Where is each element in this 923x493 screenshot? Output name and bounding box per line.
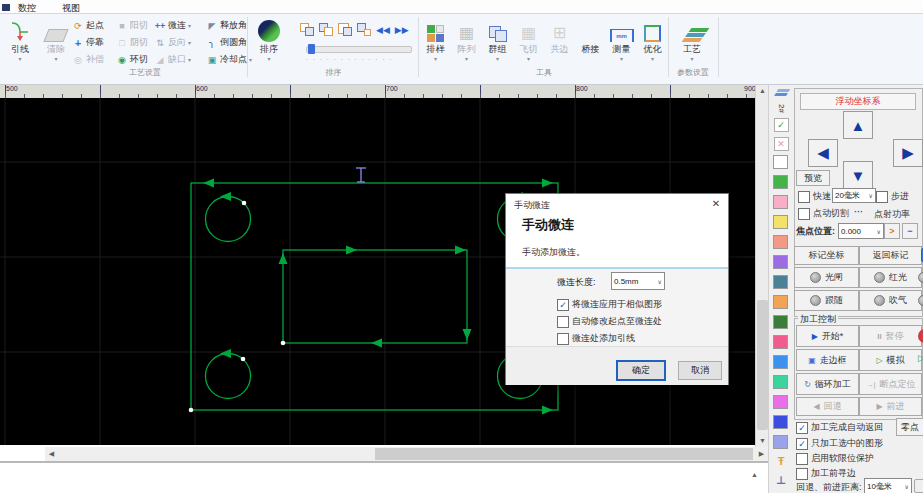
fly-cut-caret: ▾ [527, 57, 530, 61]
layer-color-swatch[interactable] [773, 435, 788, 449]
layer-visible-icon[interactable]: ✓ [773, 117, 789, 132]
start-point-button[interactable]: ⟳起点 [72, 19, 116, 32]
loop-machining-button[interactable]: ↻循环加工 [796, 373, 859, 395]
auto-return-checkbox[interactable]: ✓ [796, 422, 808, 434]
fast-speed-select[interactable]: 20毫米∨ [832, 188, 876, 203]
compensation-label: 补偿 [86, 53, 104, 66]
down-arrow-icon: ▼ [851, 167, 866, 184]
layer-color-swatch[interactable] [773, 155, 788, 169]
blow-air-button[interactable]: 吹气 [859, 290, 922, 311]
step-checkbox[interactable] [876, 191, 888, 203]
cancel-button[interactable]: 取消 [678, 361, 722, 380]
back-button[interactable]: ◀回退 [796, 397, 859, 416]
dialog-close-button[interactable]: ✕ [708, 196, 724, 212]
jog-cut-checkbox[interactable] [798, 208, 810, 220]
male-cut-button[interactable]: ■阳切 [116, 19, 154, 32]
return-mark-button[interactable]: 返回标记 [859, 246, 922, 265]
trace-frame-icon: ▣ [808, 356, 816, 365]
start-button[interactable]: ▶开始* [796, 325, 859, 347]
jog-down-button[interactable]: ▼ [843, 161, 873, 189]
layer-color-swatch[interactable] [773, 355, 788, 369]
sort-next-icon[interactable]: ▶▶ [395, 25, 409, 35]
male-cut-label: 阳切 [130, 19, 148, 32]
forward-button[interactable]: ▶前进 [859, 397, 922, 416]
layer-color-swatch[interactable] [773, 255, 788, 269]
layer-color-swatch[interactable] [773, 175, 788, 189]
status-scroll-up-icon[interactable]: ▲ [751, 471, 758, 478]
micro-joint-button[interactable]: ++微连▾ [154, 19, 206, 32]
preview-button[interactable]: 预览 [796, 170, 830, 186]
sort-slider[interactable] [306, 46, 412, 53]
canvas-vertical-scrollbar[interactable]: ▲ ▼ [755, 85, 769, 447]
layer-delete-icon[interactable]: ✕ [773, 136, 789, 151]
jog-up-button[interactable]: ▲ [843, 111, 873, 139]
layer-color-swatch[interactable] [773, 275, 788, 289]
lead-line-button[interactable]: 引线 ▾ [3, 16, 37, 80]
scroll-right-icon[interactable]: ▶ [755, 447, 768, 461]
sort-slider-thumb[interactable] [308, 44, 315, 54]
layer-color-swatch[interactable] [773, 235, 788, 249]
reverse-button[interactable]: ⇅反向▾ [154, 36, 206, 49]
clipped-button[interactable] [914, 479, 923, 493]
fast-checkbox[interactable] [798, 191, 810, 203]
auto-start-checkbox[interactable] [557, 316, 569, 328]
layer-2-icon[interactable]: 2# [774, 101, 789, 117]
shutter-button[interactable]: 光闸 [794, 267, 859, 288]
dialog-title-bar[interactable]: 手动微连 ✕ [506, 194, 728, 214]
group-caret: ▾ [496, 57, 499, 61]
red-light-button[interactable]: 红光 [859, 267, 922, 288]
add-lead-checkbox[interactable] [557, 333, 569, 345]
ring-cut-button[interactable]: ◉环切 [116, 53, 154, 66]
erase-button[interactable]: 清除 ▾ [39, 16, 73, 80]
notch-button[interactable]: ◢缺口▾ [154, 53, 206, 66]
horizontal-scroll-thumb[interactable] [375, 448, 753, 460]
joint-length-select[interactable]: 0.5mm∨ [611, 272, 665, 290]
layer-color-swatch[interactable] [773, 335, 788, 349]
female-cut-button[interactable]: □阴切 [116, 36, 154, 49]
layer-color-swatch[interactable] [773, 415, 788, 429]
vertical-scroll-thumb[interactable] [757, 300, 768, 430]
sort-order-1-icon[interactable] [300, 23, 314, 36]
part-outline[interactable] [191, 183, 558, 410]
compensation-button[interactable]: ◎补偿 [72, 53, 116, 66]
sort-order-2-icon[interactable] [319, 23, 333, 36]
layer-color-swatch[interactable] [773, 215, 788, 229]
edge-seek-checkbox[interactable] [796, 468, 808, 480]
canvas-horizontal-scrollbar[interactable]: ◀ ▶ [0, 447, 768, 461]
dock-button[interactable]: +停靠 [72, 36, 116, 49]
clipped-sim-icon[interactable]: ▷ [918, 353, 923, 363]
follow-button[interactable]: 跟随 [794, 290, 859, 311]
focus-position-select[interactable]: 0.000∨ [838, 223, 884, 239]
layer-color-swatch[interactable] [773, 395, 788, 409]
mark-coordinate-button[interactable]: 标记坐标 [794, 246, 859, 265]
focus-plus-button[interactable]: > [884, 223, 900, 239]
layer-color-swatch[interactable] [773, 295, 788, 309]
sort-prev-icon[interactable]: ◀◀ [376, 25, 390, 35]
more-options-icon[interactable]: ··· [854, 207, 863, 217]
layer-color-swatch[interactable] [773, 315, 788, 329]
focus-minus-button[interactable]: − [902, 223, 918, 239]
only-selected-checkbox[interactable]: ✓ [796, 438, 808, 450]
distance-select[interactable]: 10毫米∨ [864, 478, 912, 493]
pause-button[interactable]: II暂停 [859, 325, 922, 347]
only-selected-label: 只加工选中的图形 [811, 437, 883, 450]
lead-line-label: 引线 [11, 43, 29, 56]
layer-color-swatch[interactable] [773, 195, 788, 209]
breakpoint-button[interactable]: →|断点定位 [859, 373, 922, 395]
sort-order-4-icon[interactable] [357, 23, 371, 36]
scroll-left-icon[interactable]: ◀ [45, 447, 58, 461]
sort-order-3-icon[interactable] [338, 23, 352, 36]
trace-frame-button[interactable]: ▣走边框 [796, 349, 859, 371]
jog-right-button[interactable]: ▶ [893, 139, 923, 167]
ok-button[interactable]: 确定 [616, 360, 666, 381]
soft-limit-checkbox[interactable] [796, 453, 808, 465]
zero-point-button[interactable]: 零点 [896, 418, 923, 436]
layer-color-swatch[interactable] [773, 375, 788, 389]
follow-label: 跟随 [825, 294, 843, 307]
apply-similar-checkbox[interactable]: ✓ [557, 299, 569, 311]
group-label-sort: 排序 [252, 67, 415, 78]
jog-left-button[interactable]: ◀ [808, 139, 838, 167]
lead-in-icon[interactable]: Ŧ [773, 453, 789, 468]
simulate-button[interactable]: ▷模拟 [859, 349, 922, 371]
lead-out-icon[interactable]: ⊥ [773, 473, 789, 488]
